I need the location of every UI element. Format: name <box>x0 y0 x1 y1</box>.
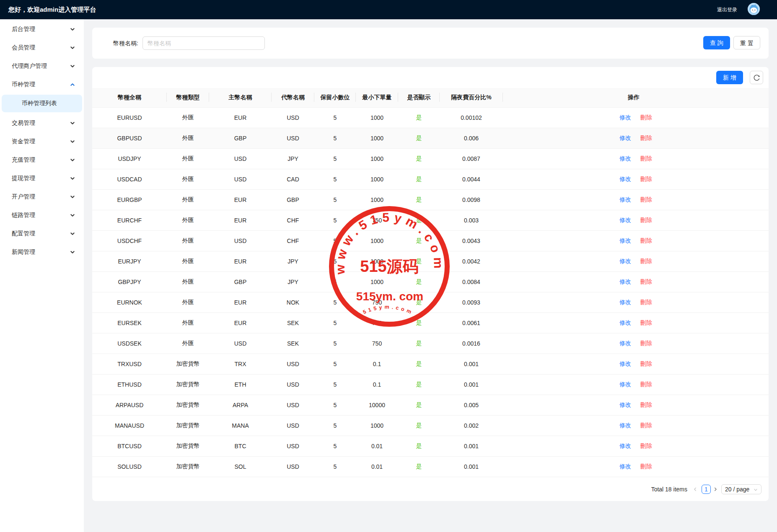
svg-text:515ym.com: 515ym.com <box>362 304 414 316</box>
svg-text:515ym. com: 515ym. com <box>356 290 423 303</box>
svg-text:515源码: 515源码 <box>360 258 418 275</box>
